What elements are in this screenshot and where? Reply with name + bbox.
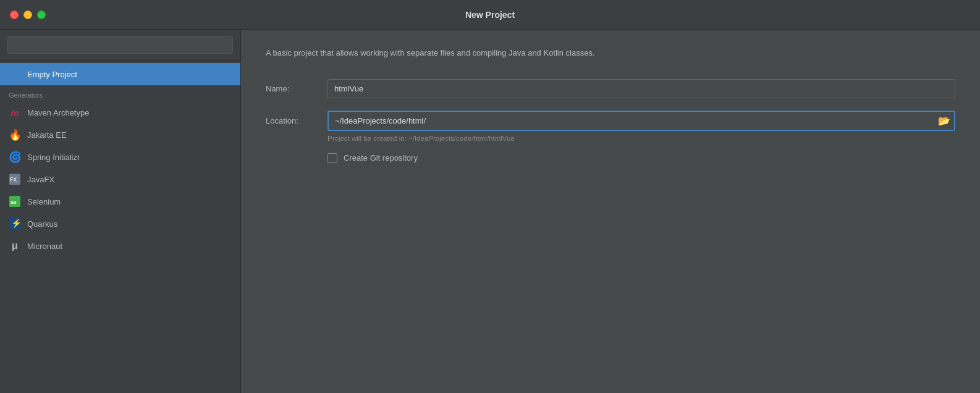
javafx-icon: FX [9,173,21,185]
svg-text:⚡: ⚡ [11,218,20,229]
project-description: A basic project that allows working with… [266,47,955,59]
search-wrapper: 🔍 [7,36,233,54]
sidebar-item-empty-project[interactable]: Empty Project [0,63,240,85]
sidebar-item-quarkus[interactable]: ⚡ Quarkus [0,213,240,235]
sidebar-item-label: Spring Initializr [27,153,80,162]
location-label: Location: [266,116,327,125]
sidebar-item-maven-archetype[interactable]: m Maven Archetype [0,101,240,124]
selenium-icon: Se [9,195,21,208]
sidebar: 🔍 Empty Project Generators m Maven Arche… [0,30,241,393]
maximize-button[interactable] [37,11,46,19]
sidebar-item-spring-initializr[interactable]: 🌀 Spring Initializr [0,146,240,168]
sidebar-item-label: Jakarta EE [27,130,67,140]
sidebar-list: Empty Project Generators m Maven Archety… [0,61,240,393]
search-container: 🔍 [0,30,240,61]
empty-project-icon [9,68,21,80]
maven-icon: m [9,106,21,119]
main-container: 🔍 Empty Project Generators m Maven Arche… [0,30,980,393]
jakarta-icon: 🔥 [9,129,21,141]
title-bar: New Project [0,0,980,30]
location-input-wrapper: 📂 [327,111,955,131]
svg-text:Se: Se [11,200,17,205]
browse-folder-button[interactable]: 📂 [937,114,952,128]
create-git-checkbox[interactable] [327,153,337,163]
sidebar-item-micronaut[interactable]: μ Micronaut [0,235,240,257]
sidebar-item-label: Quarkus [27,219,57,229]
folder-icon: 📂 [938,115,950,127]
name-row: Name: [266,79,955,98]
spring-icon: 🌀 [9,151,21,163]
create-git-label: Create Git repository [344,153,418,163]
window-controls [10,11,46,19]
git-checkbox-row: Create Git repository [327,153,955,163]
sidebar-item-jakarta-ee[interactable]: 🔥 Jakarta EE [0,124,240,146]
sidebar-item-selenium[interactable]: Se Selenium [0,190,240,213]
micronaut-icon: μ [9,240,21,252]
location-input[interactable] [327,111,955,131]
name-label: Name: [266,84,327,93]
location-row: Location: 📂 [266,111,955,131]
sidebar-item-javafx[interactable]: FX JavaFX [0,168,240,190]
quarkus-icon: ⚡ [9,218,21,230]
content-area: A basic project that allows working with… [241,30,980,393]
minimize-button[interactable] [23,11,32,19]
close-button[interactable] [10,11,19,19]
sidebar-item-label: Empty Project [27,70,77,79]
sidebar-item-label: JavaFX [27,175,54,184]
sidebar-item-label: Micronaut [27,242,62,251]
name-input[interactable] [327,79,955,98]
generators-section-label: Generators [0,85,240,101]
svg-text:FX: FX [10,177,17,183]
search-input[interactable] [7,36,233,54]
window-title: New Project [465,10,515,20]
sidebar-item-label: Maven Archetype [27,108,89,117]
sidebar-item-label: Selenium [27,197,61,206]
project-path-hint: Project will be created in: ~/IdeaProjec… [327,135,955,142]
